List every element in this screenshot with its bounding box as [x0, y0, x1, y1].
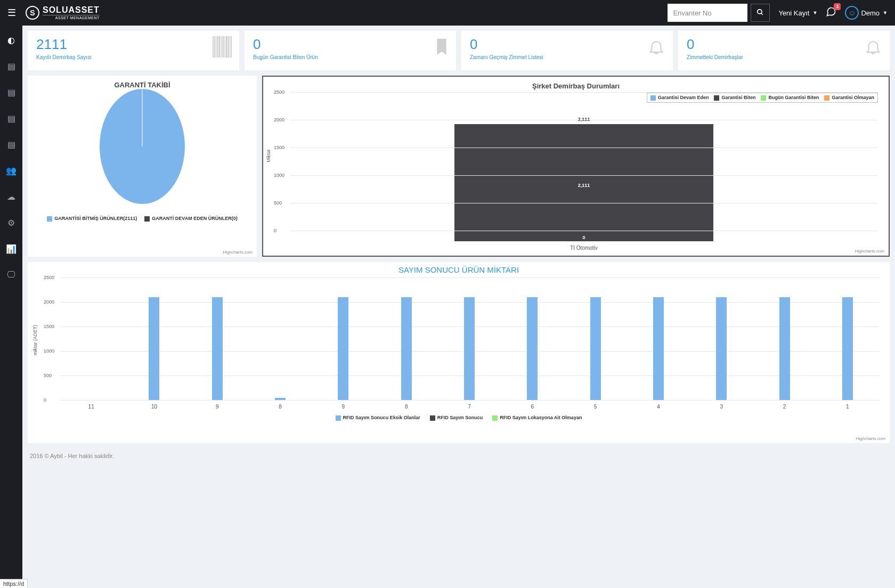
stat-value: 0 [253, 37, 448, 51]
stat-value: 0 [470, 37, 664, 51]
y-axis-label: miktar (ADET) [32, 325, 38, 355]
new-record-label: Yeni Kayıt [778, 9, 809, 17]
top-navbar: ☰ S SOLUASSET ASSET MENAGEMENT Yeni Kayı… [0, 0, 895, 26]
stat-card-assigned[interactable]: 0 Zimmetteki Demirbaşlar [678, 31, 890, 70]
panel-company-assets: Şirket Demirbaş Durumları Garantisi Deva… [262, 76, 890, 257]
legend-item[interactable]: RFID Sayım Sonucu Eksik Olanlar [336, 415, 420, 421]
gear-icon: ⚙ [7, 218, 15, 227]
sidebar-item-list1[interactable]: ▤ [7, 61, 15, 71]
footer-copyright: 2016 © Aybil - Her hakki saklidir. [22, 448, 895, 463]
avatar-icon: ☺ [845, 6, 859, 20]
list-icon: ▤ [7, 140, 15, 149]
sidebar: ◐ ▤ ▤ ▤ ▤ 👥 ☁ ⚙ 📊 🖵 [0, 26, 22, 463]
list-icon: ▤ [7, 88, 15, 97]
chart-credits[interactable]: Highcharts.com [855, 249, 884, 254]
legend-item[interactable]: GARANTİSİ BİTMİŞ ÜRÜNLER(2111) [47, 216, 137, 222]
stat-label: Zimmetteki Demirbaşlar [687, 54, 881, 60]
chart-credits[interactable]: Highcharts.com [856, 436, 885, 441]
stat-card-overdue[interactable]: 0 Zamanı Geçmiş Zimmet Listesi [461, 31, 673, 70]
users-icon: 👥 [6, 166, 17, 175]
sidebar-item-list2[interactable]: ▤ [7, 87, 15, 97]
search-icon [756, 9, 764, 18]
gauge-icon: ◐ [7, 36, 15, 45]
notification-badge: 1 [834, 3, 841, 10]
sidebar-item-monitor[interactable]: 🖵 [7, 270, 15, 280]
stat-card-assets[interactable]: 2111 Kayıtlı Demirbaş Sayısı [28, 31, 239, 70]
svg-line-1 [761, 13, 763, 14]
search-wrap [668, 4, 770, 22]
search-input[interactable] [668, 4, 747, 22]
chart-title: Şirket Demirbaş Durumları [263, 77, 889, 92]
stacked-bar-chart[interactable]: 2,111 2,111 0 TI Otomotiv 05001000150020… [290, 92, 878, 241]
legend-item[interactable]: Garantisi Biten [714, 95, 755, 101]
menu-toggle-icon[interactable]: ☰ [7, 7, 16, 19]
stat-value: 2111 [36, 37, 231, 51]
pie-legend: GARANTİSİ BİTMİŞ ÜRÜNLER(2111) GARANTİ D… [47, 216, 237, 222]
stat-label: Kayıtlı Demirbaş Sayısı [36, 54, 231, 60]
chart-icon: 📊 [6, 244, 17, 254]
legend-item[interactable]: Garantisi Olmayan [824, 95, 874, 101]
caret-down-icon: ▼ [883, 10, 888, 15]
panel-warranty-pie: GARANTİ TAKİBİ GARANTİSİ BİTMİŞ ÜRÜNLER(… [28, 76, 257, 257]
brand-logo-icon: S [26, 6, 39, 20]
user-menu[interactable]: ☺ Demo ▼ [845, 6, 888, 20]
caret-down-icon: ▼ [812, 10, 817, 15]
user-name: Demo [861, 9, 880, 17]
y-axis-label: Miktar [266, 149, 271, 162]
list-icon: ▤ [7, 62, 15, 71]
bell-icon [647, 36, 665, 62]
chat-button[interactable]: 1 [826, 6, 836, 20]
svg-point-0 [758, 9, 762, 13]
chat-icon [826, 9, 836, 19]
sidebar-item-dashboard[interactable]: ◐ [7, 35, 15, 45]
sidebar-item-stats[interactable]: 📊 [6, 244, 17, 254]
cloud-icon: ☁ [7, 192, 15, 201]
bookmark-icon [435, 36, 449, 62]
stat-card-warranty-today[interactable]: 0 Bugün Garantisi Biten Ürün [245, 31, 456, 70]
panel-count-results: SAYIM SONUCU ÜRÜN MİKTARI miktar (ADET) … [28, 262, 890, 443]
brand-subtitle: ASSET MENAGEMENT [43, 15, 100, 20]
search-button[interactable] [751, 4, 770, 22]
bell-icon [864, 36, 882, 62]
chart-credits[interactable]: Highcharts.com [223, 250, 253, 255]
barcode-icon [213, 36, 232, 58]
brand[interactable]: S SOLUASSET ASSET MENAGEMENT [26, 6, 100, 20]
stat-value: 0 [687, 37, 881, 51]
stat-cards-row: 2111 Kayıtlı Demirbaş Sayısı 0 Bugün Gar… [28, 31, 890, 70]
col-legend: RFID Sayım Sonucu Eksik Olanlar RFID Say… [28, 415, 890, 421]
main-content: 2111 Kayıtlı Demirbaş Sayısı 0 Bugün Gar… [22, 26, 895, 448]
sidebar-item-list3[interactable]: ▤ [7, 113, 15, 124]
legend-item[interactable]: RFID Sayım Sonucu [430, 415, 483, 421]
legend-item[interactable]: Bugün Garantisi Biten [761, 95, 819, 101]
stat-label: Bugün Garantisi Biten Ürün [253, 54, 448, 60]
legend-item[interactable]: GARANTİ DEVAM EDEN ÜRÜNLER(0) [144, 216, 237, 222]
x-category: TI Otomotiv [570, 245, 598, 251]
sidebar-item-settings[interactable]: ⚙ [7, 218, 15, 228]
legend-item[interactable]: RFID Sayım Lokasyona Ait Olmayan [492, 415, 582, 421]
stack-legend: Garantisi Devam Eden Garantisi Biten Bug… [647, 93, 878, 103]
brand-name: SOLUASSET [43, 6, 100, 14]
chart-title: SAYIM SONUCU ÜRÜN MİKTARI [28, 262, 890, 277]
monitor-icon: 🖵 [7, 270, 15, 279]
sidebar-item-list4[interactable]: ▤ [7, 140, 15, 150]
list-icon: ▤ [7, 114, 15, 123]
stat-label: Zamanı Geçmiş Zimmet Listesi [470, 54, 664, 60]
legend-item[interactable]: Garantisi Devam Eden [650, 95, 709, 101]
column-chart[interactable]: 05001000150020002500111098987654321 [60, 277, 879, 400]
sidebar-item-users[interactable]: 👥 [6, 166, 17, 176]
sidebar-item-cloud[interactable]: ☁ [7, 192, 15, 202]
pie-chart[interactable] [100, 89, 185, 204]
new-record-dropdown[interactable]: Yeni Kayıt ▼ [778, 9, 817, 17]
